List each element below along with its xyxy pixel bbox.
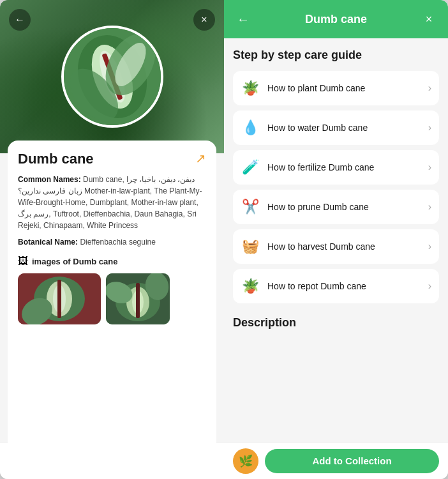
care-chevron-0: ›	[428, 82, 431, 94]
care-icon-5: 🪴	[241, 278, 260, 294]
care-label-1: How to water Dumb cane	[267, 123, 421, 133]
close-icon-left: ×	[201, 14, 207, 26]
back-button[interactable]: ←	[9, 9, 31, 31]
common-names-label: Common Names:	[18, 175, 81, 184]
care-chevron-4: ›	[428, 241, 431, 252]
care-label-3: How to prune Dumb cane	[267, 202, 421, 212]
care-list: 🪴 How to plant Dumb cane › 💧 How to wate…	[233, 71, 439, 303]
care-item-2[interactable]: 🧪 How to fertilize Dumb cane ›	[233, 150, 439, 185]
care-label-0: How to plant Dumb cane	[267, 83, 421, 93]
plant-circle-image	[61, 26, 163, 128]
thumbnail-1	[18, 273, 101, 324]
botanical-value: Dieffenbachia seguine	[80, 238, 156, 247]
right-close-icon: ×	[426, 13, 433, 26]
care-chevron-1: ›	[428, 122, 431, 133]
image-icon: 🖼	[18, 255, 28, 267]
images-label: images of Dumb cane	[32, 257, 117, 266]
care-icon-0: 🪴	[241, 80, 260, 96]
botanical-label: Botanical Name:	[18, 238, 78, 247]
right-content: Step by step care guide 🪴 How to plant D…	[224, 38, 448, 442]
close-button-left[interactable]: ×	[193, 9, 215, 31]
image-thumbnails	[18, 273, 206, 324]
plant-title-row: Dumb cane ↗	[18, 151, 206, 167]
care-chevron-3: ›	[428, 201, 431, 213]
care-icon-3: ✂️	[241, 199, 260, 215]
care-label-2: How to fertilize Dumb cane	[267, 162, 421, 172]
common-names: Common Names: Dumb cane, ديفن، ديفن، باخ…	[18, 174, 206, 231]
care-icon-1: 💧	[241, 119, 260, 136]
thumbnail-2	[106, 273, 170, 324]
description-title: Description	[233, 316, 439, 330]
right-back-icon: ←	[237, 12, 250, 27]
info-card: Dumb cane ↗ Common Names: Dumb cane, ديف…	[8, 141, 216, 479]
add-collection-button[interactable]: Add to Collection	[265, 449, 439, 473]
images-row: 🖼 images of Dumb cane	[18, 255, 206, 267]
care-label-5: How to repot Dumb cane	[267, 281, 421, 291]
care-label-4: How to harvest Dumb cane	[267, 241, 421, 252]
left-panel: ← ×	[0, 0, 224, 479]
care-icon-2: 🧪	[241, 159, 260, 176]
plant-svg	[64, 28, 161, 125]
right-panel: ← Dumb cane × Step by step care guide 🪴 …	[224, 0, 448, 479]
section-title: Step by step care guide	[233, 49, 439, 62]
right-header: ← Dumb cane ×	[224, 0, 448, 38]
svg-rect-18	[136, 283, 140, 318]
plant-circle-inner	[64, 28, 161, 125]
care-item-0[interactable]: 🪴 How to plant Dumb cane ›	[233, 71, 439, 105]
svg-rect-12	[57, 280, 61, 318]
botanical-name: Botanical Name: Dieffenbachia seguine	[18, 238, 206, 247]
right-back-button[interactable]: ←	[233, 9, 253, 29]
plant-background: ← ×	[0, 0, 224, 153]
care-chevron-2: ›	[428, 162, 431, 173]
share-icon[interactable]: ↗	[195, 151, 206, 166]
plant-icon: 🌿	[239, 454, 253, 468]
back-icon: ←	[15, 14, 25, 26]
right-bottom-bar: 🌿 Add to Collection	[224, 442, 448, 479]
care-item-4[interactable]: 🧺 How to harvest Dumb cane ›	[233, 229, 439, 264]
care-item-1[interactable]: 💧 How to water Dumb cane ›	[233, 110, 439, 145]
care-item-3[interactable]: ✂️ How to prune Dumb cane ›	[233, 190, 439, 224]
care-item-5[interactable]: 🪴 How to repot Dumb cane ›	[233, 269, 439, 303]
plant-title: Dumb cane	[18, 151, 94, 167]
right-header-title: Dumb cane	[253, 13, 419, 26]
right-action-icon: 🌿	[233, 448, 258, 474]
right-close-button[interactable]: ×	[419, 9, 439, 29]
care-chevron-5: ›	[428, 280, 431, 292]
care-icon-4: 🧺	[241, 238, 260, 255]
